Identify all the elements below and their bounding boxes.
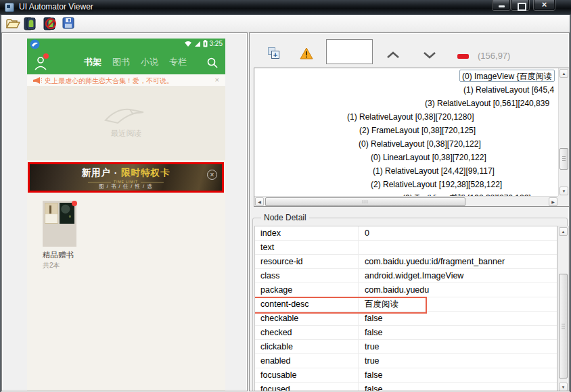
device-screenshot-compressed-button[interactable] — [42, 17, 58, 30]
tab-novel[interactable]: 小说 — [141, 56, 158, 68]
scroll-left-icon[interactable]: ◀ — [255, 197, 264, 206]
device-screenshot[interactable]: 3:25 书架 图书 小说 专栏 — [27, 39, 225, 391]
tree-vscroll-thumb[interactable] — [559, 148, 568, 170]
profile-notification-badge — [43, 53, 49, 59]
record-dash-icon[interactable] — [457, 54, 469, 59]
notice-text: 史上最虐心的师生恋大合集！爱，不可说。 — [45, 76, 173, 86]
table-row: resource-idcom.baidu.yuedu:id/fragment_b… — [255, 255, 557, 269]
book-new-badge — [72, 201, 77, 206]
tree-vertical-scrollbar[interactable]: ▲ ▼ — [558, 68, 569, 196]
scroll-up-icon[interactable]: ▲ — [559, 69, 568, 78]
search-input[interactable] — [326, 39, 373, 64]
tree-viewport[interactable]: (0) ImageView {百度阅读 (1) RelativeLayout [… — [254, 68, 558, 196]
book-sketch-icon — [103, 105, 146, 126]
tree-node-relativelayout-1[interactable]: (1) RelativeLayout [645,4 — [463, 84, 554, 96]
tree-node-relativelayout-root[interactable]: (1) RelativeLayout [0,38][720,1280] — [347, 111, 474, 123]
detail-key: resource-id — [260, 255, 303, 268]
pointer-coordinates: (156,97) — [478, 51, 510, 61]
tree-node-relativelayout-0[interactable]: (0) RelativeLayout [0,38][720,122] — [359, 138, 481, 150]
banner-title: 新用户 · 限时特权卡 — [30, 167, 222, 179]
book-group[interactable] — [43, 201, 76, 247]
table-row: focusedfalse — [255, 383, 557, 391]
search-icon[interactable] — [206, 57, 219, 69]
open-file-button[interactable] — [5, 17, 22, 30]
close-button[interactable] — [534, 0, 555, 10]
chevron-down-icon[interactable] — [421, 51, 438, 59]
main-toolbar — [1, 15, 570, 32]
minimize-button[interactable] — [493, 0, 510, 10]
tree-node-relativelayout-tabs[interactable]: (2) RelativeLayout [192,38][528,122] — [371, 178, 502, 191]
detail-value: false — [365, 312, 382, 325]
table-row: checkedfalse — [255, 326, 557, 340]
wifi-icon — [184, 41, 192, 47]
detail-value: 0 — [365, 226, 369, 240]
save-button[interactable] — [62, 17, 78, 30]
detail-vertical-scrollbar[interactable]: ▲ ▼ — [557, 226, 569, 391]
scroll-down-icon[interactable]: ▼ — [559, 187, 568, 195]
hierarchy-tree: (0) ImageView {百度阅读 (1) RelativeLayout [… — [254, 68, 570, 207]
banner-tagline: 图 / 书 / 任 / 性 / 选 — [30, 183, 222, 190]
save-floppy-icon — [62, 17, 75, 30]
tree-node-imageview[interactable]: (0) ImageView {百度阅读 — [459, 70, 555, 82]
tree-hscroll-thumb[interactable] — [265, 197, 465, 206]
tree-node-relativelayout-3[interactable]: (3) RelativeLayout [0,561][240,839 — [425, 97, 549, 109]
scroll-down-icon[interactable]: ▼ — [559, 383, 568, 391]
detail-value: false — [365, 326, 382, 339]
tab-column[interactable]: 专栏 — [169, 56, 187, 68]
table-row: text — [255, 241, 557, 255]
table-row: enabledtrue — [255, 354, 557, 368]
detail-value: false — [365, 383, 382, 391]
table-row: index0 — [255, 226, 557, 241]
tab-books[interactable]: 图书 — [112, 56, 130, 68]
warning-icon[interactable] — [300, 47, 313, 59]
detail-key: clickable — [260, 340, 293, 353]
node-detail-table[interactable]: index0 text resource-idcom.baidu.yuedu:i… — [254, 226, 557, 391]
tree-node-relativelayout-avatar[interactable]: (1) RelativeLayout [24,42][99,117] — [373, 165, 495, 177]
bookshelf-area: 精品赠书 共2本 + — [27, 193, 225, 391]
chevron-up-icon[interactable] — [385, 51, 401, 59]
detail-key: class — [260, 269, 279, 283]
table-row: focusablefalse — [255, 368, 557, 383]
tree-horizontal-scrollbar[interactable]: ◀ ▶ — [254, 196, 558, 206]
tree-node-framelayout[interactable]: (2) FrameLayout [0,38][720,125] — [359, 124, 476, 137]
detail-key: focused — [260, 383, 290, 391]
detail-key: focusable — [260, 368, 297, 382]
status-time: 3:25 — [210, 40, 223, 47]
detail-vscroll-thumb[interactable] — [559, 274, 568, 378]
detail-key: checkable — [260, 312, 298, 325]
scrollbar-corner — [558, 196, 569, 206]
book-cover-1 — [45, 203, 58, 224]
table-row: clickabletrue — [255, 340, 557, 354]
banner-close-icon[interactable]: × — [207, 170, 217, 180]
detail-key: checked — [260, 326, 292, 339]
megaphone-icon — [32, 76, 42, 85]
notice-close-icon[interactable]: × — [215, 76, 219, 84]
window-title: UI Automator Viewer — [19, 2, 93, 11]
content-desc-highlight-box — [254, 297, 427, 314]
nav-tabs: 书架 图书 小说 专栏 — [84, 56, 187, 68]
phone-status-bar: 3:25 — [27, 39, 225, 51]
expand-all-button[interactable]: + — [271, 51, 279, 59]
detail-value: true — [365, 354, 380, 368]
detail-key: text — [260, 241, 274, 254]
table-row: packagecom.baidu.yuedu — [255, 283, 557, 297]
recent-read-label: 最近阅读 — [27, 128, 225, 139]
scroll-up-icon[interactable]: ▲ — [559, 227, 568, 236]
scroll-right-icon[interactable]: ▶ — [549, 197, 557, 206]
device-screenshot-button[interactable] — [22, 17, 39, 30]
table-row: checkablefalse — [255, 312, 557, 326]
node-detail-title: Node Detail — [261, 213, 309, 222]
title-bar[interactable]: UI Automator Viewer — [0, 0, 571, 15]
detail-value: false — [365, 368, 382, 382]
tree-node-linearlayout[interactable]: (0) LinearLayout [0,38][720,122] — [371, 151, 486, 164]
screenshot-panel: 3:25 书架 图书 小说 专栏 — [1, 32, 248, 391]
detail-value: com.baidu.yuedu:id/fragment_banner — [365, 255, 505, 268]
tab-bookshelf[interactable]: 书架 — [84, 56, 101, 68]
notice-bar[interactable]: 史上最虐心的师生恋大合集！爱，不可说。 × — [27, 74, 225, 87]
promo-banner-imageview[interactable]: 新用户 · 限时特权卡 TIME LIMIT 图 / 书 / 任 / 性 / 选… — [28, 162, 224, 193]
app-window: UI Automator Viewer — [0, 0, 571, 392]
detail-value: true — [365, 340, 380, 353]
device-screenshot-compressed-icon — [42, 17, 58, 30]
maximize-button[interactable] — [511, 0, 529, 10]
battery-icon — [203, 40, 208, 47]
